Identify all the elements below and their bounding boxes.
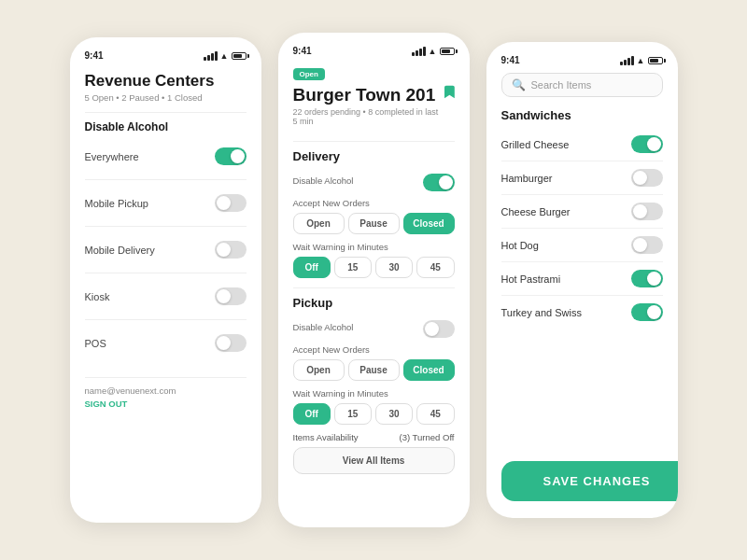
menu-item-cheese-burger: Cheese Burger bbox=[501, 195, 663, 229]
user-email: name@venuenext.com bbox=[85, 385, 247, 396]
pickup-wait-buttons: Off 15 30 45 bbox=[293, 403, 455, 425]
d-delivery-top bbox=[293, 141, 455, 142]
pickup-tab-pause[interactable]: Pause bbox=[348, 359, 400, 381]
toggle-hot-dog[interactable] bbox=[631, 236, 663, 254]
menu-item-grilled-cheese: Grilled Cheese bbox=[501, 128, 663, 161]
pickup-wait-label: Wait Warning in Minutes bbox=[293, 388, 455, 399]
menu-item-name-2: Cheese Burger bbox=[501, 206, 571, 217]
status-icons-3: ▲ bbox=[620, 56, 663, 65]
toggle-label-kiosk: Kiosk bbox=[85, 291, 110, 302]
toggle-hot-pastrami[interactable] bbox=[631, 270, 663, 287]
time-3: 9:41 bbox=[501, 55, 520, 65]
restaurant-name: Burger Town 201 bbox=[293, 85, 444, 105]
toggle-cheese-burger[interactable] bbox=[631, 203, 663, 220]
toggle-kiosk[interactable] bbox=[215, 287, 247, 305]
toggle-label-mobile-delivery: Mobile Delivery bbox=[85, 245, 155, 256]
signal-bar-1 bbox=[204, 57, 206, 61]
phone-menu-items: 9:41 ▲ 🔍 Search Items Sandwiches Grilled… bbox=[486, 42, 678, 518]
menu-item-hot-dog: Hot Dog bbox=[501, 229, 663, 262]
items-avail-label: Items Availability bbox=[293, 432, 359, 442]
delivery-section-label: Delivery bbox=[293, 149, 455, 163]
toggle-label-pos: POS bbox=[85, 338, 106, 349]
restaurant-header: Open Burger Town 201 22 orders pending •… bbox=[293, 63, 455, 133]
delivery-tab-open[interactable]: Open bbox=[293, 213, 345, 234]
toggle-grilled-cheese[interactable] bbox=[631, 135, 663, 153]
status-icons-1: ▲ bbox=[204, 51, 247, 61]
search-bar[interactable]: 🔍 Search Items bbox=[501, 73, 663, 97]
time-2: 9:41 bbox=[293, 46, 312, 56]
view-all-btn[interactable]: View All Items bbox=[293, 447, 455, 474]
battery-icon-2 bbox=[440, 48, 455, 55]
sign-out-btn[interactable]: SIGN OUT bbox=[85, 399, 247, 409]
delivery-tabs: Open Pause Closed bbox=[293, 213, 455, 234]
items-avail-row: Items Availability (3) Turned Off bbox=[293, 432, 455, 442]
signal-bar-4 bbox=[215, 51, 218, 61]
toggle-label-mobile-pickup: Mobile Pickup bbox=[85, 198, 148, 209]
delivery-alcohol-label: Disable Alcohol bbox=[293, 175, 354, 186]
pickup-wait-15[interactable]: 15 bbox=[334, 403, 372, 425]
disable-alcohol-title: Disable Alcohol bbox=[85, 120, 247, 133]
toggle-mobile-delivery[interactable] bbox=[215, 241, 247, 259]
battery-icon-1 bbox=[232, 52, 247, 60]
toggle-row-pos: POS bbox=[85, 328, 247, 358]
save-changes-btn[interactable]: SAVE CHANGES bbox=[501, 461, 678, 501]
pickup-tab-closed[interactable]: Closed bbox=[403, 359, 455, 381]
divider-5 bbox=[85, 319, 247, 320]
pickup-tab-open[interactable]: Open bbox=[293, 359, 345, 381]
toggle-row-everywhere: Everywhere bbox=[85, 141, 247, 172]
menu-item-hot-pastrami: Hot Pastrami bbox=[501, 262, 663, 296]
user-section: name@venuenext.com SIGN OUT bbox=[85, 358, 247, 409]
toggle-mobile-pickup[interactable] bbox=[215, 194, 247, 212]
delivery-wait-label: Wait Warning in Minutes bbox=[293, 242, 455, 252]
wifi-icon-3: ▲ bbox=[637, 56, 645, 65]
restaurant-sub: 22 orders pending • 8 completed in last … bbox=[293, 107, 444, 126]
toggle-pos[interactable] bbox=[215, 334, 247, 352]
toggle-row-kiosk: Kiosk bbox=[85, 281, 247, 312]
pickup-tabs: Open Pause Closed bbox=[293, 359, 455, 381]
toggle-everywhere[interactable] bbox=[215, 147, 247, 165]
phone2-content: Open Burger Town 201 22 orders pending •… bbox=[278, 63, 470, 511]
status-icons-2: ▲ bbox=[412, 47, 455, 56]
divider-4 bbox=[85, 273, 247, 273]
pickup-alcohol-row: Disable Alcohol bbox=[293, 314, 455, 344]
toggle-hamburger[interactable] bbox=[631, 169, 663, 187]
menu-item-name-5: Turkey and Swiss bbox=[501, 307, 582, 318]
pickup-wait-off[interactable]: Off bbox=[293, 403, 331, 425]
toggle-row-mobile-delivery: Mobile Delivery bbox=[85, 234, 247, 265]
phone-burger-town: 9:41 ▲ Open Burger Town 201 22 orders pe… bbox=[278, 33, 470, 527]
search-icon: 🔍 bbox=[512, 78, 526, 91]
menu-item-turkey-swiss: Turkey and Swiss bbox=[501, 296, 663, 329]
menu-item-name-1: Hamburger bbox=[501, 173, 553, 184]
toggle-label-everywhere: Everywhere bbox=[85, 151, 139, 162]
delivery-alcohol-toggle[interactable] bbox=[423, 174, 455, 191]
pickup-wait-45[interactable]: 45 bbox=[416, 403, 454, 425]
wifi-icon-2: ▲ bbox=[429, 47, 437, 56]
phone-revenue-centers: 9:41 ▲ Revenue Centers 5 Open • 2 Paused… bbox=[70, 37, 261, 523]
toggle-row-mobile-pickup: Mobile Pickup bbox=[85, 188, 247, 218]
pickup-wait-30[interactable]: 30 bbox=[375, 403, 413, 425]
phone1-content: Revenue Centers 5 Open • 2 Paused • 1 Cl… bbox=[70, 68, 261, 506]
delivery-wait-buttons: Off 15 30 45 bbox=[293, 257, 455, 278]
sandwich-section-title: Sandwiches bbox=[501, 108, 663, 122]
bookmark-icon bbox=[444, 85, 455, 100]
pickup-alcohol-toggle[interactable] bbox=[423, 320, 455, 338]
wifi-icon-1: ▲ bbox=[220, 51, 229, 61]
delivery-tab-pause[interactable]: Pause bbox=[348, 213, 400, 234]
delivery-wait-15[interactable]: 15 bbox=[334, 257, 372, 278]
battery-icon-3 bbox=[648, 57, 663, 64]
delivery-tab-closed[interactable]: Closed bbox=[403, 213, 455, 234]
divider-2 bbox=[85, 179, 247, 180]
menu-item-name-4: Hot Pastrami bbox=[501, 273, 561, 285]
status-bar-3: 9:41 ▲ bbox=[486, 55, 678, 73]
pickup-section-label: Pickup bbox=[293, 296, 455, 310]
d-pickup-top bbox=[293, 287, 455, 288]
divider-user bbox=[85, 377, 247, 378]
toggle-turkey-swiss[interactable] bbox=[631, 303, 663, 321]
delivery-wait-off[interactable]: Off bbox=[293, 257, 331, 278]
signal-bar-2 bbox=[207, 55, 210, 61]
search-placeholder: Search Items bbox=[531, 79, 592, 91]
revenue-sub: 5 Open • 2 Paused • 1 Closed bbox=[85, 92, 247, 103]
delivery-wait-30[interactable]: 30 bbox=[375, 257, 413, 278]
delivery-wait-45[interactable]: 45 bbox=[416, 257, 454, 278]
signal-bars-2 bbox=[412, 47, 426, 56]
